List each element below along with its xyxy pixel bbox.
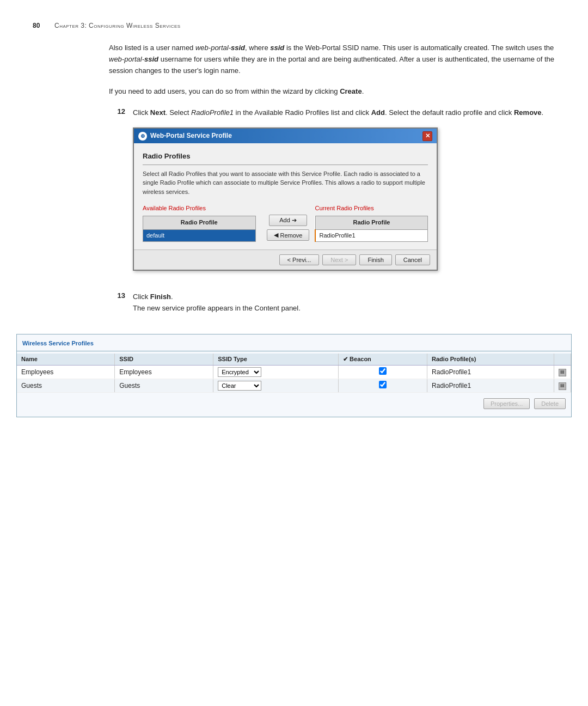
step-12-content: Click Next. Select RadioProfile1 in the … bbox=[133, 107, 555, 282]
col-ssid-type: SSID Type bbox=[213, 354, 339, 366]
step-12-block: 12 Click Next. Select RadioProfile1 in t… bbox=[109, 107, 555, 282]
dialog-titlebar-left: ⊕ Web-Portal Service Profile bbox=[138, 131, 232, 141]
col-icon bbox=[554, 354, 571, 366]
col-beacon: ✔ Beacon bbox=[339, 354, 427, 366]
step-12-text: Click Next. Select RadioProfile1 in the … bbox=[133, 108, 543, 117]
drag-icon-guests: ▤ bbox=[559, 382, 566, 390]
step-13-desc: The new service profile appears in the C… bbox=[133, 303, 555, 314]
current-row-radioprofile1[interactable]: RadioProfile1 bbox=[315, 229, 427, 242]
dialog-middle-buttons: Add ➔ ◀ Remove bbox=[261, 215, 315, 241]
intro-para1: Also listed is a user named web-portal-s… bbox=[109, 42, 555, 76]
row-ssid-guests: Guests bbox=[115, 379, 213, 392]
dialog-titlebar: ⊕ Web-Portal Service Profile ✕ bbox=[134, 129, 437, 143]
intro-para2: If you need to add users, you can do so … bbox=[109, 86, 555, 98]
dialog-footer: < Previ... Next > Finish Cancel bbox=[134, 249, 437, 270]
col-name: Name bbox=[17, 354, 115, 366]
chapter-title: Chapter 3: Configuring Wireless Services bbox=[54, 22, 181, 29]
finish-button[interactable]: Finish bbox=[359, 254, 391, 265]
table-row: Employees Employees Encrypted Clear bbox=[17, 365, 571, 379]
row-icon-employees[interactable]: ▤ bbox=[554, 365, 571, 379]
current-profiles: Current Radio Profiles Radio Profile bbox=[315, 204, 428, 242]
row-radio-profiles-employees: RadioProfile1 bbox=[427, 365, 554, 379]
current-profiles-table: Radio Profile RadioProfile1 bbox=[315, 216, 428, 242]
step-13-content: Click Finish. The new service profile ap… bbox=[133, 291, 555, 324]
drag-icon-employees: ▤ bbox=[559, 369, 566, 376]
wsp-section: Wireless Service Profiles Name SSID SSID… bbox=[0, 334, 588, 417]
properties-button[interactable]: Properties... bbox=[483, 398, 530, 409]
dialog-title: Web-Portal Service Profile bbox=[150, 131, 232, 141]
step-13-text: Click Finish. bbox=[133, 291, 555, 303]
page-number: 80 bbox=[33, 22, 54, 29]
ssid-type-select-guests[interactable]: Encrypted Clear bbox=[218, 381, 261, 391]
step-12-number: 12 bbox=[109, 107, 133, 115]
profiles-layout: Available Radio Profiles Radio Profile bbox=[143, 204, 428, 242]
dialog-close-button[interactable]: ✕ bbox=[422, 131, 432, 141]
dialog-section-title: Radio Profiles bbox=[143, 151, 428, 165]
prev-button[interactable]: < Previ... bbox=[279, 254, 320, 265]
remove-button-label: Remove bbox=[280, 232, 303, 239]
dialog-box: ⊕ Web-Portal Service Profile ✕ Radio Pro… bbox=[133, 127, 438, 271]
step-13-block: 13 Click Finish. The new service profile… bbox=[109, 291, 555, 324]
table-row: Guests Guests Encrypted Clear bbox=[17, 379, 571, 392]
remove-icon: ◀ bbox=[274, 232, 278, 239]
content-area: Also listed is a user named web-portal-s… bbox=[0, 42, 588, 324]
col-ssid: SSID bbox=[115, 354, 213, 366]
available-profiles: Available Radio Profiles Radio Profile bbox=[143, 204, 256, 242]
available-column-header: Radio Profile bbox=[143, 216, 256, 230]
next-button[interactable]: Next > bbox=[322, 254, 356, 265]
ssid-type-select-employees[interactable]: Encrypted Clear bbox=[218, 367, 261, 377]
row-radio-profiles-guests: RadioProfile1 bbox=[427, 379, 554, 392]
beacon-checkbox-guests[interactable] bbox=[379, 381, 387, 388]
step-13-number: 13 bbox=[109, 291, 133, 300]
current-label: Current Radio Profiles bbox=[315, 204, 428, 214]
current-row-radioprofile1-cell: RadioProfile1 bbox=[315, 229, 427, 242]
dialog-body: Radio Profiles Select all Radio Profiles… bbox=[134, 143, 437, 249]
row-name-employees: Employees bbox=[17, 365, 115, 379]
available-row-default[interactable]: default bbox=[143, 229, 256, 242]
row-ssid-employees: Employees bbox=[115, 365, 213, 379]
dialog-wrapper: ⊕ Web-Portal Service Profile ✕ Radio Pro… bbox=[133, 127, 555, 271]
dialog-app-icon: ⊕ bbox=[138, 132, 147, 141]
wsp-title: Wireless Service Profiles bbox=[17, 340, 571, 351]
wsp-footer: Properties... Delete bbox=[17, 393, 571, 409]
current-column-header: Radio Profile bbox=[315, 216, 427, 230]
cancel-button[interactable]: Cancel bbox=[395, 254, 430, 265]
row-ssid-type-employees[interactable]: Encrypted Clear bbox=[213, 365, 339, 379]
page-container: 80 Chapter 3: Configuring Wireless Servi… bbox=[0, 0, 588, 706]
row-ssid-type-guests[interactable]: Encrypted Clear bbox=[213, 379, 339, 392]
add-button[interactable]: Add ➔ bbox=[269, 215, 307, 226]
available-profiles-table: Radio Profile default bbox=[143, 216, 256, 242]
wsp-table: Name SSID SSID Type ✔ Beacon Radio Profi… bbox=[17, 354, 571, 393]
page-header: 80 Chapter 3: Configuring Wireless Servi… bbox=[0, 22, 588, 29]
row-beacon-employees[interactable] bbox=[339, 365, 427, 379]
row-beacon-guests[interactable] bbox=[339, 379, 427, 392]
row-name-guests: Guests bbox=[17, 379, 115, 392]
beacon-checkbox-employees[interactable] bbox=[379, 367, 387, 375]
remove-button[interactable]: ◀ Remove bbox=[267, 229, 310, 241]
dialog-description: Select all Radio Profiles that you want … bbox=[143, 169, 428, 197]
available-row-default-cell: default bbox=[143, 229, 256, 242]
row-icon-guests[interactable]: ▤ bbox=[554, 379, 571, 392]
delete-button[interactable]: Delete bbox=[534, 398, 566, 409]
col-radio-profiles: Radio Profile(s) bbox=[427, 354, 554, 366]
add-button-label: Add ➔ bbox=[279, 217, 297, 224]
available-label: Available Radio Profiles bbox=[143, 204, 256, 214]
wsp-header-row: Name SSID SSID Type ✔ Beacon Radio Profi… bbox=[17, 354, 571, 366]
wsp-outer: Wireless Service Profiles Name SSID SSID… bbox=[16, 334, 572, 417]
